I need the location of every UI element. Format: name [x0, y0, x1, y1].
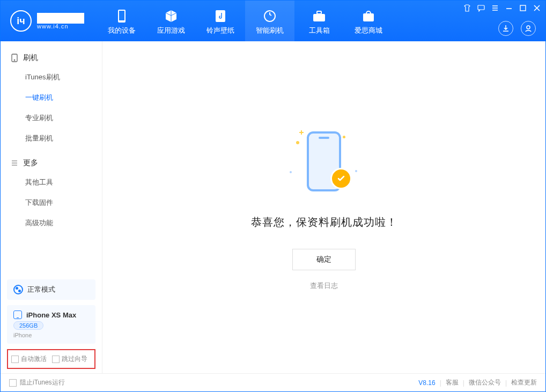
device-sub: iPhone — [13, 332, 32, 338]
device-icon — [115, 9, 129, 23]
check-badge-icon — [330, 168, 352, 189]
device-card[interactable]: iPhone XS Max 256GB iPhone — [7, 305, 95, 344]
download-icon[interactable] — [498, 21, 513, 36]
toolbox-icon — [312, 9, 326, 23]
device-name: iPhone XS Max — [26, 311, 76, 319]
logo-icon: iч — [10, 10, 32, 32]
storage-badge: 256GB — [13, 321, 43, 330]
minimize-icon[interactable] — [505, 4, 513, 12]
nav-label: 爱思商城 — [355, 26, 382, 35]
footer: 阻止iTunes运行 V8.16 | 客服 | 微信公众号 | 检查更新 — [1, 373, 545, 391]
nav-my-device[interactable]: 我的设备 — [97, 1, 146, 41]
sidebar-item-advanced[interactable]: 高级功能 — [1, 213, 102, 233]
footer-support[interactable]: 客服 — [446, 378, 459, 387]
svg-point-8 — [527, 26, 530, 29]
account-controls — [498, 21, 536, 36]
footer-update[interactable]: 检查更新 — [511, 378, 537, 387]
svg-point-10 — [14, 60, 15, 61]
user-icon[interactable] — [521, 21, 536, 36]
logo-text: 爱思助手 www.i4.cn — [37, 13, 84, 29]
close-icon[interactable] — [533, 4, 541, 12]
view-log-link[interactable]: 查看日志 — [310, 281, 338, 291]
opt-skip-guide[interactable]: 跳过向导 — [52, 354, 87, 364]
sidebar-item-itunes-flash[interactable]: iTunes刷机 — [1, 67, 102, 87]
logo-block: iч 爱思助手 www.i4.cn — [1, 1, 97, 41]
main-panel: 恭喜您，保资料刷机成功啦！ 确定 查看日志 — [102, 41, 545, 373]
success-message: 恭喜您，保资料刷机成功啦！ — [251, 215, 397, 230]
svg-rect-6 — [478, 5, 484, 10]
device-icon — [13, 310, 22, 319]
footer-wechat[interactable]: 微信公众号 — [469, 378, 501, 387]
sparkle-icon — [343, 136, 345, 138]
sidebar-item-pro-flash[interactable]: 专业刷机 — [1, 108, 102, 128]
sparkle-icon — [296, 141, 299, 144]
nav-toolbox[interactable]: 工具箱 — [294, 1, 344, 41]
sidebar-header-label: 刷机 — [23, 53, 38, 63]
sidebar-item-download-firmware[interactable]: 下载固件 — [1, 193, 102, 213]
checkbox-icon — [9, 379, 17, 387]
svg-rect-1 — [119, 11, 124, 20]
opt-auto-activate[interactable]: 自动激活 — [11, 354, 47, 364]
phone-icon — [10, 54, 19, 62]
nav-label: 铃声壁纸 — [206, 26, 234, 35]
nav-label: 智能刷机 — [256, 26, 284, 35]
shirt-icon[interactable] — [463, 4, 471, 12]
maximize-icon[interactable] — [519, 4, 527, 12]
sidebar-more-list: 其他工具 下载固件 高级功能 — [1, 172, 102, 233]
footer-right: V8.16 | 客服 | 微信公众号 | 检查更新 — [418, 378, 537, 387]
store-icon — [361, 9, 375, 23]
body: 刷机 iTunes刷机 一键刷机 专业刷机 批量刷机 更多 其他工具 下载固件 … — [1, 41, 545, 373]
cube-icon — [164, 9, 178, 23]
nav-store[interactable]: 爱思商城 — [344, 1, 393, 41]
sparkle-icon — [290, 171, 292, 173]
nav-label: 我的设备 — [108, 26, 136, 35]
checkbox-icon — [11, 356, 19, 363]
success-graphic — [286, 124, 361, 199]
svg-rect-7 — [520, 5, 526, 11]
mode-icon — [13, 285, 23, 294]
device-row: iPhone XS Max — [13, 310, 76, 319]
nav-smart-flash[interactable]: 智能刷机 — [245, 1, 294, 41]
sparkle-icon — [299, 130, 304, 135]
svg-rect-5 — [363, 13, 374, 21]
nav-label: 工具箱 — [309, 26, 330, 35]
nav-label: 应用游戏 — [157, 26, 185, 35]
sidebar-header-more: 更多 — [1, 154, 102, 172]
sidebar-item-other-tools[interactable]: 其他工具 — [1, 172, 102, 193]
refresh-icon — [263, 9, 277, 23]
sidebar-item-oneclick-flash[interactable]: 一键刷机 — [1, 87, 102, 108]
sidebar-item-batch-flash[interactable]: 批量刷机 — [1, 128, 102, 149]
mode-card[interactable]: 正常模式 — [7, 279, 95, 300]
checkbox-icon — [52, 356, 60, 363]
nav-ringtones[interactable]: 铃声壁纸 — [196, 1, 245, 41]
version-label[interactable]: V8.16 — [418, 379, 435, 387]
sidebar-flash-list: iTunes刷机 一键刷机 专业刷机 批量刷机 — [1, 67, 102, 149]
music-icon — [213, 9, 227, 23]
top-nav: 我的设备 应用游戏 铃声壁纸 智能刷机 — [97, 1, 393, 41]
app-url: www.i4.cn — [37, 24, 84, 29]
titlebar: iч 爱思助手 www.i4.cn 我的设备 应用游戏 — [1, 1, 545, 41]
sparkle-icon — [355, 170, 357, 172]
nav-apps-games[interactable]: 应用游戏 — [146, 1, 196, 41]
opt-block-itunes[interactable]: 阻止iTunes运行 — [9, 378, 65, 387]
sidebar-header-label: 更多 — [23, 158, 38, 168]
feedback-icon[interactable] — [477, 4, 485, 12]
app-name: 爱思助手 — [37, 13, 84, 24]
mode-label: 正常模式 — [27, 285, 55, 294]
options-box: 自动激活 跳过向导 — [7, 349, 95, 369]
list-icon — [10, 159, 19, 167]
sidebar: 刷机 iTunes刷机 一键刷机 专业刷机 批量刷机 更多 其他工具 下载固件 … — [1, 41, 102, 373]
menu-icon[interactable] — [491, 4, 499, 12]
svg-rect-3 — [313, 14, 325, 21]
svg-rect-4 — [317, 11, 321, 14]
sidebar-header-flash: 刷机 — [1, 49, 102, 67]
ok-button[interactable]: 确定 — [292, 249, 356, 270]
app-window: iч 爱思助手 www.i4.cn 我的设备 应用游戏 — [0, 0, 546, 392]
